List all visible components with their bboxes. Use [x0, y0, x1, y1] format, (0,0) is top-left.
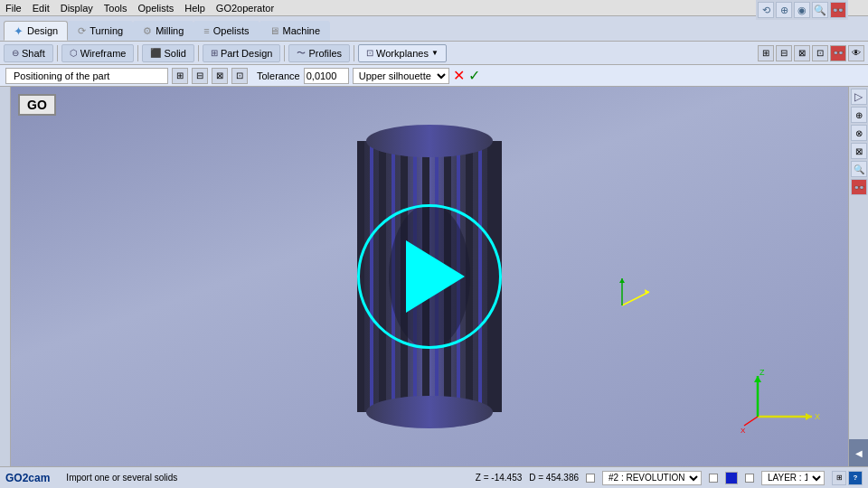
status-message: Import one or several solids — [66, 473, 263, 483]
right-icon-2[interactable]: ⊗ — [851, 125, 867, 141]
revolution-dropdown[interactable]: #2 : REVOLUTION — [602, 471, 702, 485]
layer-color-indicator — [725, 472, 738, 484]
subtab-workplanes[interactable]: ⊡ Workplanes ▼ — [358, 44, 447, 62]
main-tabs: ✦ Design ⟳ Turning ⚙ Milling ≡ Opelists … — [0, 16, 868, 42]
sub-toolbar: ⊖ Shaft ⬡ Wireframe ⬛ Solid ⊞ Part Desig… — [0, 42, 868, 65]
view-icon-5[interactable]: 👓 — [830, 45, 846, 61]
status-bar: GO2cam Import one or several solids Z = … — [0, 466, 868, 488]
workplanes-icon: ⊡ — [366, 48, 373, 58]
top-right-toolbar: ⟲ ⊕ ◉ 🔍 👓 — [756, 0, 848, 20]
positioning-label: Positioning of the part — [5, 68, 168, 84]
wireframe-icon: ⬡ — [70, 48, 78, 58]
svg-text:X: X — [741, 427, 746, 435]
tab-turning[interactable]: ⟳ Turning — [68, 21, 133, 41]
menu-tools[interactable]: Tools — [104, 3, 127, 14]
app-name: GO2cam — [5, 472, 50, 484]
svg-marker-22 — [806, 413, 812, 420]
right-icon-1[interactable]: ⊕ — [851, 107, 867, 123]
divider-4 — [284, 45, 285, 61]
tab-milling[interactable]: ⚙ Milling — [133, 21, 193, 41]
turning-icon: ⟳ — [78, 25, 86, 37]
layer-checkbox[interactable] — [709, 474, 718, 483]
icon-btn-3[interactable]: ◉ — [794, 2, 810, 18]
icon-btn-2[interactable]: ⊕ — [776, 2, 792, 18]
svg-point-14 — [366, 125, 493, 157]
part-axis — [613, 269, 658, 314]
revolution-checkbox[interactable] — [586, 474, 595, 483]
tolerance-label: Tolerance — [257, 70, 300, 81]
view-icon-2[interactable]: ⊟ — [776, 45, 792, 61]
svg-point-15 — [366, 396, 493, 428]
view-icon-1[interactable]: ⊞ — [758, 45, 774, 61]
status-icon-1[interactable]: ⊞ — [832, 471, 846, 485]
action-bar: Positioning of the part ⊞ ⊟ ⊠ ⊡ Toleranc… — [0, 65, 868, 87]
silhouette-select[interactable]: Upper silhouetteLower silhouetteAll silh… — [353, 68, 449, 84]
viewport[interactable]: GO — [11, 87, 848, 466]
menu-display[interactable]: Display — [61, 3, 93, 14]
svg-text:Z: Z — [760, 368, 765, 377]
svg-line-27 — [744, 417, 758, 426]
play-triangle-icon — [406, 240, 465, 313]
go-button[interactable]: GO — [18, 94, 56, 116]
divider-3 — [198, 45, 199, 61]
tab-machine[interactable]: 🖥 Machine — [259, 21, 331, 41]
menu-bar: File Edit Display Tools Opelists Help GO… — [0, 0, 868, 16]
action-btn-1[interactable]: ⊞ — [172, 68, 188, 84]
icon-btn-4[interactable]: 🔍 — [812, 2, 828, 18]
action-btn-3[interactable]: ⊠ — [212, 68, 228, 84]
left-panel — [0, 87, 11, 466]
layer-checkbox-2[interactable] — [745, 474, 754, 483]
menu-edit[interactable]: Edit — [33, 3, 50, 14]
d-coordinate: D = 454.386 — [529, 473, 579, 483]
right-icon-5[interactable]: 👓 — [851, 179, 867, 195]
menu-go2operator[interactable]: GO2operator — [216, 3, 274, 14]
status-icon-help[interactable]: ? — [848, 471, 863, 485]
confirm-button[interactable]: ✓ — [468, 69, 480, 83]
divider-2 — [137, 45, 138, 61]
subtab-part-design[interactable]: ⊞ Part Design — [203, 44, 280, 62]
part-design-icon: ⊞ — [211, 48, 218, 58]
divider-1 — [57, 45, 58, 61]
tab-design[interactable]: ✦ Design — [4, 21, 68, 41]
icon-btn-5[interactable]: 👓 — [830, 2, 846, 18]
view-icon-6[interactable]: 👁 — [848, 45, 864, 61]
menu-opelists[interactable]: Opelists — [137, 3, 174, 14]
subtab-solid[interactable]: ⬛ Solid — [142, 44, 193, 62]
machine-icon: 🖥 — [269, 25, 279, 36]
sub-toolbar-right-icons: ⊞ ⊟ ⊠ ⊡ 👓 👁 — [758, 45, 864, 61]
subtab-wireframe[interactable]: ⬡ Wireframe — [61, 44, 135, 62]
solid-icon: ⬛ — [150, 48, 161, 58]
workplanes-dropdown-arrow: ▼ — [431, 49, 439, 57]
right-icon-4[interactable]: 🔍 — [851, 161, 867, 177]
milling-icon: ⚙ — [143, 25, 152, 37]
menu-help[interactable]: Help — [184, 3, 205, 14]
subtab-shaft[interactable]: ⊖ Shaft — [4, 44, 53, 62]
coordinate-axis: X Z X — [740, 367, 821, 439]
tab-opelists[interactable]: ≡ Opelists — [193, 21, 259, 41]
svg-marker-25 — [754, 376, 761, 382]
tolerance-input[interactable] — [304, 68, 349, 84]
status-icons: ⊞ ? — [832, 471, 863, 485]
svg-text:X: X — [815, 412, 820, 421]
action-btn-4[interactable]: ⊡ — [231, 68, 248, 84]
collapse-panel-button[interactable]: ◀ — [849, 439, 868, 466]
cancel-button[interactable]: ✕ — [453, 69, 465, 83]
subtab-profiles[interactable]: 〜 Profiles — [288, 44, 350, 62]
divider-5 — [354, 45, 354, 61]
viewport-wrapper: GO — [0, 87, 868, 466]
z-coordinate: Z = -14.453 — [476, 473, 522, 483]
action-btn-2[interactable]: ⊟ — [192, 68, 208, 84]
profiles-icon: 〜 — [297, 47, 306, 60]
right-panel: ▷ ⊕ ⊗ ⊠ 🔍 👓 ◀ — [848, 87, 868, 466]
menu-file[interactable]: File — [5, 3, 22, 14]
view-icon-3[interactable]: ⊠ — [794, 45, 810, 61]
icon-btn-1[interactable]: ⟲ — [758, 2, 774, 18]
svg-marker-20 — [619, 278, 625, 283]
right-icon-3[interactable]: ⊠ — [851, 143, 867, 159]
play-button[interactable] — [357, 204, 502, 349]
filter-icon-btn[interactable]: ▷ — [851, 89, 867, 105]
view-icon-4[interactable]: ⊡ — [812, 45, 828, 61]
layer-dropdown[interactable]: LAYER : 1 — [761, 471, 825, 485]
design-icon: ✦ — [14, 24, 24, 38]
svg-line-17 — [622, 292, 649, 305]
